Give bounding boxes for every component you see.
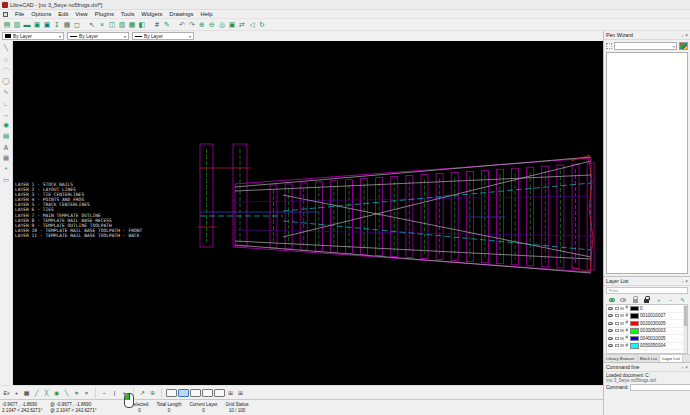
print-icon[interactable] — [620, 329, 624, 332]
draft-mode-icon[interactable]: ✎ — [162, 20, 172, 30]
print-icon[interactable] — [620, 344, 624, 347]
export-icon[interactable]: ↧ — [52, 20, 62, 30]
snap-entity-button[interactable]: ╳ — [42, 388, 51, 398]
new-drawing-icon[interactable]: ▤ — [2, 20, 12, 30]
print-icon[interactable] — [620, 337, 624, 340]
menu-widgets[interactable]: Widgets — [141, 11, 162, 17]
point-tool-icon[interactable]: ◉ — [1, 120, 12, 130]
grid-icon[interactable]: # — [152, 20, 162, 30]
drawing-canvas[interactable]: LAYER 1 - STOCK RAILSLAYER 2 - LAYOUT LI… — [13, 41, 603, 385]
construction-icon[interactable]: # — [626, 314, 629, 318]
unlock-all-layers-icon[interactable] — [632, 296, 639, 303]
snap-center-button[interactable]: ◉ — [52, 388, 61, 398]
lock-icon[interactable] — [615, 329, 619, 332]
show-all-layers-icon[interactable] — [608, 296, 615, 303]
pen-width-combo[interactable]: By Layer ▾ — [67, 32, 129, 40]
save-view-button[interactable]: ⊞ — [236, 388, 245, 398]
snap-distance-button[interactable]: ∗ — [72, 388, 81, 398]
table-row[interactable]: #0050050004 — [607, 343, 687, 351]
menu-tools[interactable]: Tools — [121, 11, 135, 17]
menu-options[interactable]: Options — [31, 11, 51, 17]
hatch-tool-icon[interactable]: ▤ — [1, 131, 12, 141]
snap-intersection-button[interactable]: × — [82, 388, 91, 398]
lock-icon[interactable] — [615, 344, 619, 347]
image-tool-icon[interactable]: ▦ — [1, 153, 12, 163]
save-icon[interactable]: ▣ — [32, 20, 42, 30]
visibility-eye-icon[interactable] — [608, 322, 613, 325]
menu-edit[interactable]: Edit — [58, 11, 68, 17]
lock-relative-zero-button[interactable]: ⊕ — [148, 388, 157, 398]
lock-icon[interactable] — [615, 322, 619, 325]
tab-library-browser[interactable]: Library Browser — [604, 355, 638, 362]
visibility-eye-icon[interactable] — [608, 307, 613, 310]
close-icon[interactable]: × — [685, 33, 688, 38]
save-as-icon[interactable]: ▣ — [42, 20, 52, 30]
open-file-icon[interactable]: ▬ — [22, 20, 32, 30]
cut-icon[interactable]: × — [97, 20, 107, 30]
print-icon[interactable] — [620, 322, 624, 325]
block-tool-icon[interactable]: * — [1, 164, 12, 174]
scrollbar[interactable] — [683, 305, 687, 353]
snap-middle-button[interactable]: ╲ — [62, 388, 71, 398]
layer-filter-input[interactable]: Filter — [606, 287, 688, 294]
ellipse-tool-icon[interactable]: ◯ — [1, 76, 12, 86]
construction-icon[interactable]: # — [626, 344, 629, 348]
table-row[interactable]: #0 — [607, 305, 687, 313]
print-icon[interactable] — [620, 307, 624, 310]
edit-layer-button[interactable]: ✎ — [679, 296, 686, 303]
zoom-out-icon[interactable]: ⊖ — [207, 20, 217, 30]
visibility-eye-icon[interactable] — [608, 337, 613, 340]
zoom-in-icon[interactable]: ⊕ — [197, 20, 207, 30]
add-layer-button[interactable]: + — [655, 296, 662, 303]
construction-icon[interactable]: # — [626, 306, 629, 310]
close-icon[interactable]: × — [685, 279, 688, 284]
pen-wizard-combo[interactable]: ▾ — [614, 42, 677, 50]
view-grid-button[interactable] — [214, 389, 225, 397]
menu-help[interactable]: Help — [200, 11, 212, 17]
construction-icon[interactable]: # — [626, 329, 629, 333]
float-panel-icon[interactable]: ▫ — [682, 279, 684, 284]
lock-all-layers-icon[interactable] — [643, 296, 650, 303]
paste-icon[interactable]: ▥ — [117, 20, 127, 30]
pen-wizard-tool-button[interactable] — [606, 43, 612, 49]
tab-block-list[interactable]: Block List — [638, 355, 661, 362]
menu-view[interactable]: View — [75, 11, 87, 17]
select-pointer-icon[interactable]: ↖ — [87, 20, 97, 30]
construction-icon[interactable]: # — [626, 321, 629, 325]
zoom-pan-icon[interactable]: ⇄ — [237, 20, 247, 30]
select-tool-icon[interactable]: ▭ — [1, 175, 12, 185]
view-lines-button[interactable] — [166, 389, 177, 397]
view-antialias-button[interactable] — [178, 389, 189, 397]
text-tool-icon[interactable]: A — [1, 142, 12, 152]
visibility-eye-icon[interactable] — [608, 329, 613, 332]
new-from-template-icon[interactable]: ▥ — [12, 20, 22, 30]
command-input[interactable] — [630, 384, 690, 391]
print-icon[interactable] — [620, 314, 624, 317]
pen-linetype-combo[interactable]: By Layer ▾ — [132, 32, 194, 40]
table-row[interactable]: #0020030005 — [607, 320, 687, 328]
lock-icon[interactable] — [615, 337, 619, 340]
zoom-previous-icon[interactable]: ◁ — [247, 20, 257, 30]
polyline-tool-icon[interactable]: ∟ — [1, 98, 12, 108]
tab-layer-list[interactable]: Layer List — [660, 355, 683, 362]
remove-layer-button[interactable]: − — [667, 296, 674, 303]
restrict-horizontal-button[interactable]: − — [100, 388, 109, 398]
spline-tool-icon[interactable]: ∿ — [1, 87, 12, 97]
pen-color-combo[interactable]: By Layer ▾ — [2, 32, 64, 40]
block-create-icon[interactable]: ◧ — [137, 20, 147, 30]
arc-tool-icon[interactable]: ◠ — [1, 65, 12, 75]
block-explode-icon[interactable]: ▦ — [127, 20, 137, 30]
menu-drawings[interactable]: Drawings — [169, 11, 193, 17]
line-tool-icon[interactable]: ╲ — [1, 43, 12, 53]
circle-tool-icon[interactable]: ○ — [1, 54, 12, 64]
menu-file[interactable]: File — [15, 11, 24, 17]
zoom-redraw-icon[interactable]: ↻ — [257, 20, 267, 30]
snap-grid-button[interactable]: ▦ — [22, 388, 31, 398]
view-draft-button[interactable] — [190, 389, 201, 397]
table-row[interactable]: #0010010007 — [607, 313, 687, 321]
print-icon[interactable]: ▦ — [62, 20, 72, 30]
construction-icon[interactable]: # — [626, 336, 629, 340]
visibility-eye-icon[interactable] — [608, 314, 613, 317]
set-relative-zero-button[interactable]: ↗ — [138, 388, 147, 398]
close-icon[interactable]: × — [685, 365, 688, 370]
